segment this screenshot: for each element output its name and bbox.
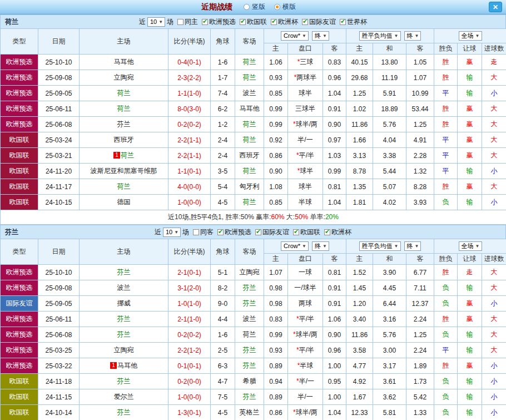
checkbox-icon[interactable]	[177, 19, 183, 25]
away-team-cell: 立陶宛	[235, 265, 264, 280]
layout-radio-vertical[interactable]: 竖版	[244, 2, 265, 12]
avg-draw-cell: 3.16	[373, 312, 406, 327]
summary-part: 近10场,胜5平4负1,	[168, 213, 225, 221]
header-select-终[interactable]: 终▼	[312, 31, 329, 41]
avg-away-cell: 8.28	[406, 179, 434, 195]
header-select-Crow*[interactable]: Crow*▼	[281, 31, 309, 41]
match-count-select[interactable]: 10▼	[147, 17, 165, 27]
checkbox-icon[interactable]	[302, 19, 308, 25]
checkbox-icon[interactable]	[193, 229, 199, 235]
crown-away-odds-cell: 0.90	[323, 327, 346, 343]
match-date-cell: 24-10-14	[38, 405, 80, 420]
home-team-cell: 芬兰	[80, 327, 168, 343]
filter-checkbox-欧洲杯[interactable]: 欧洲杯	[271, 17, 298, 27]
handicap-cell: *三球	[288, 55, 323, 70]
result-cell: 平	[434, 343, 458, 358]
avg-away-cell: 1.25	[406, 117, 434, 132]
handicap-cell: *球半/两	[288, 117, 323, 132]
avg-away-cell: 2.24	[406, 343, 434, 358]
team-name: 希腊	[243, 377, 256, 385]
filter-checkbox-欧洲预选[interactable]: 欧洲预选	[217, 228, 251, 237]
match-date-cell: 25-06-08	[38, 117, 80, 132]
away-team-cell: 芬兰	[235, 296, 264, 312]
corners-cell: 4-7	[211, 374, 235, 389]
filter-checkbox-国际友谊[interactable]: 国际友谊	[302, 17, 336, 27]
league-type-cell: 欧洲预选	[1, 86, 38, 101]
checkbox-icon[interactable]	[324, 229, 330, 235]
crown-home-odds-cell: 0.83	[264, 312, 288, 327]
avg-draw-cell: 3.61	[373, 374, 406, 389]
checkbox-icon[interactable]	[202, 19, 208, 25]
avg-home-cell: 3.13	[346, 148, 373, 164]
team-name: 芬兰	[117, 330, 131, 338]
checkbox-icon[interactable]	[240, 19, 246, 25]
league-type-cell: 欧国联	[1, 164, 38, 179]
rank-badge: 1	[110, 362, 117, 369]
chevron-down-icon: ▼	[302, 33, 306, 38]
score-cell: 1-3(0-1)	[168, 405, 211, 420]
match-row: 欧国联24-10-15德国1-0(0-0)4-5荷兰0.85半球1.041.81…	[1, 195, 506, 210]
team-name: 荷兰	[243, 136, 256, 144]
handicap-result-cell: 输	[458, 164, 482, 179]
col-header: 主场	[80, 239, 168, 265]
crown-away-odds-cell: 1.04	[323, 195, 346, 210]
match-date-cell: 25-09-08	[38, 70, 80, 86]
match-date-cell: 24-11-15	[38, 389, 80, 405]
result-cell: 胜	[434, 358, 458, 374]
avg-away-cell: 3.93	[406, 195, 434, 210]
handicap-result-cell: 赢	[458, 179, 482, 195]
handicap-result-cell: 赢	[458, 132, 482, 148]
corners-cell: 7-4	[211, 86, 235, 101]
checkbox-icon[interactable]	[217, 229, 224, 235]
team-name: 波兰	[117, 284, 131, 291]
header-select-胜平负均值[interactable]: 胜平负均值▼	[359, 241, 401, 251]
header-select-全场[interactable]: 全场▼	[459, 31, 482, 41]
checkbox-icon[interactable]	[340, 19, 346, 25]
chevron-down-icon: ▼	[394, 244, 399, 249]
corners-cell: 3-5	[211, 164, 235, 179]
filter-checkbox-欧洲预选[interactable]: 欧洲预选	[202, 17, 236, 27]
subcol-header: 和	[373, 254, 406, 265]
header-select-终[interactable]: 终▼	[404, 241, 421, 251]
layout-radio-horizontal[interactable]: 横版	[274, 2, 296, 12]
home-team-cell: 芬兰	[80, 405, 168, 420]
header-select-终[interactable]: 终▼	[312, 241, 329, 251]
filter-checkbox-国际友谊[interactable]: 国际友谊	[255, 228, 289, 237]
home-team-cell: 1马耳他	[80, 358, 168, 374]
league-type-cell: 欧洲预选	[1, 70, 38, 86]
header-select-全场[interactable]: 全场▼	[459, 241, 482, 251]
checkbox-icon[interactable]	[255, 229, 261, 235]
filter-checkbox-同客[interactable]: 同客	[193, 228, 214, 237]
crown-away-odds-cell: 1.04	[323, 86, 346, 101]
filter-checkbox-同主[interactable]: 同主	[177, 17, 198, 27]
corners-cell: 5-4	[211, 179, 235, 195]
away-team-cell: 荷兰	[235, 70, 264, 86]
avg-draw-cell: 6.44	[373, 296, 406, 312]
header-select-Crow*[interactable]: Crow*▼	[281, 241, 309, 251]
avg-draw-cell: 18.89	[373, 101, 406, 117]
header-select-胜平负均值[interactable]: 胜平负均值▼	[359, 31, 401, 41]
header-select-终[interactable]: 终▼	[404, 31, 421, 41]
checkbox-icon[interactable]	[271, 19, 277, 25]
crown-away-odds-cell: 1.00	[323, 358, 346, 374]
checkbox-icon[interactable]	[293, 229, 299, 235]
filter-checkbox-欧国联[interactable]: 欧国联	[293, 228, 320, 237]
filter-checkbox-欧国联[interactable]: 欧国联	[240, 17, 267, 27]
filter-checkbox-欧洲杯[interactable]: 欧洲杯	[324, 228, 351, 237]
team-name: 立陶宛	[240, 268, 260, 276]
close-button[interactable]: ✕	[489, 2, 502, 12]
match-count-select[interactable]: 10▼	[163, 228, 181, 237]
goals-result-cell: 大	[482, 312, 506, 327]
crown-home-odds-cell: 0.86	[264, 405, 288, 420]
home-team-cell: 荷兰	[80, 86, 168, 101]
team-name: 马耳他	[117, 362, 137, 369]
filter-checkbox-世界杯[interactable]: 世界杯	[340, 17, 367, 27]
away-team-cell: 匈牙利	[235, 179, 264, 195]
home-team-cell: 荷兰	[80, 101, 168, 117]
subcol-header: 进球数	[482, 43, 506, 55]
home-team-cell: 波斯尼亚和黑塞哥维那	[80, 164, 168, 179]
goals-result-cell: 大	[482, 265, 506, 280]
match-date-cell: 25-03-21	[38, 148, 80, 164]
avg-draw-cell: 5.44	[373, 164, 406, 179]
handicap-cell: *半/一	[288, 374, 323, 389]
